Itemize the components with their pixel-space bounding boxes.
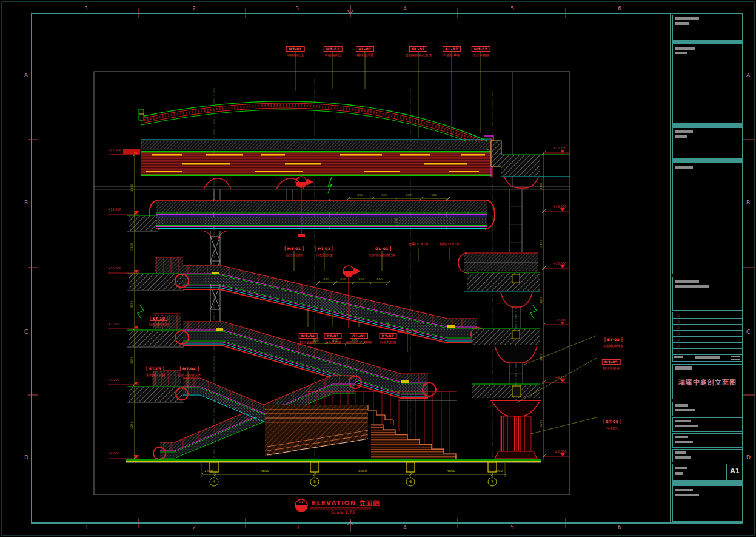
level-label: ±0.000: [108, 451, 119, 455]
tag-code: MT-01: [286, 46, 305, 52]
dim-text: 800: [313, 339, 319, 342]
center-mark-arrows: [347, 5, 353, 532]
level-label: +17.150: [108, 148, 121, 152]
level-label: +10.500: [543, 262, 566, 265]
grid-number-top-6: 6: [618, 5, 621, 12]
dim-text: 800: [376, 277, 383, 281]
dim-text: 650: [431, 193, 437, 197]
revision-delta-icon: △: [677, 325, 680, 329]
grid-bubble: 5: [310, 479, 319, 484]
sheet-title: 瑞塚中庭剖立面图: [672, 378, 743, 387]
grid-letter-right-b: B: [746, 200, 750, 206]
grid-number-bottom-2: 2: [192, 524, 196, 530]
dim-text: 650: [323, 277, 329, 281]
title-block-box: [672, 124, 743, 159]
grid-number-bottom-4: 4: [403, 524, 407, 530]
dim-text: 8800: [358, 469, 367, 473]
revision-delta-icon: △: [677, 313, 680, 317]
grid-number-top-3: 3: [295, 5, 299, 12]
grid-letter-left-a: A: [24, 72, 28, 78]
revision-delta-icon: △: [677, 319, 680, 323]
dim-text: 800: [358, 277, 364, 281]
dim-text: 4800: [261, 469, 269, 473]
misc-dim: 1150: [394, 218, 398, 226]
material-tag: GL-01 夹胶钢化玻璃栏板: [346, 328, 372, 345]
grid-letter-left-c: C: [24, 329, 28, 335]
level-label: +10.500: [108, 266, 121, 270]
dim-text: 800: [406, 193, 412, 197]
grid-letter-left-d: D: [24, 454, 28, 461]
annotation-led: 暗藏LED灯带: [398, 329, 418, 334]
skylight-louver-band: [113, 138, 570, 252]
grid-letter-left-b: B: [24, 200, 28, 206]
material-tag: ST-10 浅啡网纹石材: [149, 311, 169, 327]
dim-text: 1400: [494, 469, 503, 473]
dim-text: 800: [340, 277, 346, 281]
material-tag: MT-04 拉丝不锈钢扶手: [178, 361, 201, 377]
story-dim: 3350: [130, 184, 133, 192]
story-dim: 3150: [539, 296, 543, 304]
story-dim: 3350: [130, 243, 133, 251]
grid-number-bottom-1: 1: [85, 524, 89, 530]
dim-text: 1400: [204, 469, 213, 473]
story-dim: 3150: [130, 300, 133, 308]
material-tag: AL-02 白色铝单板: [443, 41, 461, 58]
grid-letter-right-d: D: [746, 454, 751, 461]
dim-text: 800: [357, 193, 363, 197]
revision-delta-icon: △: [677, 337, 680, 341]
revision-delta-icon: △: [677, 350, 680, 353]
material-tag: GL-01 夹胶钢化玻璃栏板: [369, 241, 395, 257]
grid-number-bottom-5: 5: [510, 524, 514, 530]
material-tag: PT-02 白色乳胶漆: [380, 328, 397, 345]
sheet-size: A1: [730, 467, 740, 475]
material-tag: ST-05 石材圆柱: [604, 414, 621, 430]
right-column-stack: [458, 253, 541, 459]
dim-text: 800: [381, 193, 387, 197]
material-tag: MT-02 拉丝不锈钢: [472, 41, 490, 58]
annotation-led: 明装LED灯带: [440, 242, 460, 246]
grid-bubble: 6: [406, 479, 415, 484]
level-label: +4.200: [108, 378, 119, 382]
title-block-box: [672, 159, 743, 274]
revision-delta-icon: △: [677, 343, 680, 347]
grid-number-top-1: 1: [85, 5, 89, 12]
grid-number-bottom-3: 3: [295, 524, 299, 530]
material-tag: MT-05 拉丝不锈钢: [602, 354, 621, 371]
level-label: +17.150: [543, 146, 566, 150]
grid-number-top-4: 4: [403, 5, 407, 12]
grid-number-top-2: 2: [192, 5, 196, 12]
bridge-walkway: [149, 199, 495, 239]
level-label: ±0.000: [543, 450, 566, 453]
cad-sheet: 1 2 3 4 5 6 1 2 3 4 5 6 A B C D A B C D …: [0, 0, 756, 537]
annotation-led: 暗藏LED灯带: [409, 242, 429, 246]
material-tag: ST-02 石材装饰线条: [604, 332, 624, 348]
material-tag: AL-01 横纹铝方通: [356, 41, 374, 58]
grid-number-bottom-6: 6: [618, 524, 621, 530]
grid-number-top-5: 5: [510, 5, 514, 12]
drawing-caption-title: ELEVATION 立面图: [312, 499, 380, 508]
grid-bubble: 4: [209, 479, 219, 484]
story-dim: 4250: [539, 419, 543, 427]
grid-letter-right-c: C: [746, 329, 750, 335]
grid-bubble: 7: [487, 479, 497, 484]
level-label: +13.800: [543, 204, 566, 208]
level-label: +13.800: [108, 208, 121, 211]
caption-bubble-label: 01: [296, 500, 306, 504]
ground: [126, 460, 541, 472]
story-dim: 3150: [130, 356, 133, 364]
material-tag: MT-01 拉丝不锈钢: [285, 241, 304, 257]
material-tag: GL-02 透明夹胶钢化玻璃: [405, 41, 432, 58]
level-label: +7.350: [108, 322, 119, 326]
grid-letter-right-a: A: [746, 72, 750, 78]
dim-text: 4800: [447, 469, 455, 473]
story-dim: 4250: [130, 421, 133, 429]
story-dim: 3150: [539, 353, 543, 361]
drawing-caption-scale: Scale 1:75: [331, 510, 355, 515]
level-label: +7.350: [543, 318, 566, 322]
material-tag: MT-01 不锈钢收边: [286, 41, 305, 58]
material-tag: MT-01 不锈钢收边: [324, 41, 343, 58]
title-block: △ △ △ △ △ △ △ 瑞塚中庭剖立面图 A1: [670, 13, 744, 523]
material-tag: ST-03 深啡网纹石材: [146, 361, 166, 377]
material-tag: PT-01 白色乳胶漆: [316, 241, 333, 257]
tag-desc: 不锈钢收边: [286, 53, 305, 58]
